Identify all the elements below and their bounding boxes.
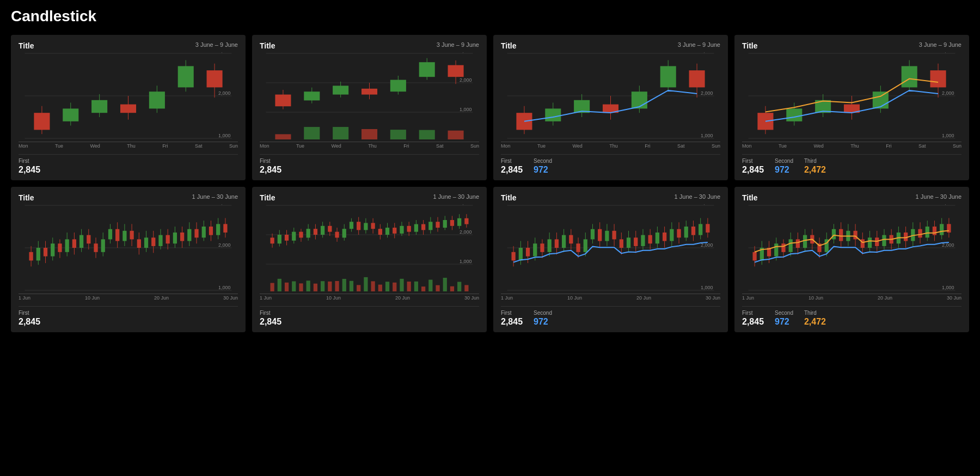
legend-item: Third2,472 — [804, 310, 826, 327]
x-axis-label: 10 Jun — [808, 295, 823, 301]
svg-rect-207 — [393, 228, 396, 234]
svg-rect-66 — [689, 70, 705, 87]
svg-rect-198 — [371, 223, 375, 229]
svg-rect-354 — [918, 229, 922, 238]
svg-rect-39 — [390, 80, 406, 92]
x-axis-label: Tue — [537, 143, 546, 149]
legend-value: 2,845 — [742, 317, 764, 327]
svg-text:1,000: 1,000 — [218, 285, 231, 290]
svg-rect-340 — [868, 237, 872, 248]
svg-text:3,000: 3,000 — [701, 52, 713, 53]
x-axis: 1 Jun10 Jun20 Jun30 Jun — [742, 294, 961, 302]
svg-rect-178 — [321, 281, 324, 291]
svg-text:2,000: 2,000 — [218, 242, 231, 248]
x-axis-label: Mon — [260, 143, 270, 149]
x-axis-label: Tue — [55, 143, 63, 149]
svg-rect-33 — [333, 86, 348, 94]
svg-rect-128 — [151, 237, 155, 246]
legend-value: 2,845 — [501, 317, 523, 327]
card-title: Title — [501, 41, 517, 50]
svg-rect-229 — [443, 278, 447, 291]
svg-rect-216 — [414, 224, 418, 232]
svg-rect-219 — [421, 224, 425, 230]
svg-rect-254 — [540, 243, 544, 252]
x-axis-label: 10 Jun — [85, 295, 100, 301]
chart-card-r1c4: Title3 June – 9 June1,0002,0003,000MonTu… — [734, 35, 969, 180]
x-axis: 1 Jun10 Jun20 Jun30 Jun — [19, 294, 238, 302]
legend: First2,845Second972 — [501, 306, 720, 327]
svg-rect-294 — [684, 227, 688, 237]
x-axis-label: Sun — [470, 143, 479, 149]
svg-rect-7 — [34, 113, 50, 130]
svg-text:2,000: 2,000 — [218, 90, 231, 96]
x-axis-label: Wed — [331, 143, 341, 149]
legend: First2,845 — [260, 306, 479, 327]
svg-text:3,000: 3,000 — [942, 204, 954, 205]
svg-rect-86 — [930, 70, 946, 87]
legend: First2,845Second972 — [501, 154, 720, 175]
svg-rect-62 — [632, 91, 647, 108]
svg-rect-296 — [691, 227, 695, 235]
svg-rect-148 — [223, 224, 227, 233]
svg-rect-76 — [786, 108, 802, 121]
svg-rect-84 — [902, 66, 917, 87]
svg-rect-17 — [178, 66, 194, 87]
legend-value: 2,845 — [19, 165, 40, 175]
card-title: Title — [742, 41, 758, 50]
x-axis-label: Sun — [953, 143, 961, 149]
x-axis-label: 20 Jun — [878, 295, 892, 301]
svg-rect-122 — [130, 231, 133, 240]
legend-item: Second972 — [534, 310, 552, 327]
svg-rect-322 — [803, 235, 807, 248]
legend-label: First — [19, 310, 40, 316]
legend-item: First2,845 — [260, 310, 281, 327]
legend-label: First — [742, 158, 764, 164]
chart-card-r2c2: Title1 June – 30 June1,0002,0003,0001 Ju… — [252, 187, 487, 332]
svg-rect-270 — [598, 229, 602, 241]
svg-rect-160 — [278, 279, 281, 291]
svg-rect-100 — [51, 243, 54, 256]
svg-rect-292 — [677, 229, 681, 238]
x-axis-label: 1 Jun — [742, 295, 754, 301]
svg-text:3,000: 3,000 — [701, 204, 713, 205]
svg-text:2,000: 2,000 — [701, 90, 713, 96]
x-axis-label: Thu — [127, 143, 136, 149]
legend-value: 2,472 — [804, 317, 826, 327]
svg-text:3,000: 3,000 — [942, 52, 954, 53]
svg-rect-82 — [873, 91, 889, 108]
x-axis-label: 10 Jun — [326, 295, 341, 301]
svg-rect-274 — [612, 231, 616, 240]
card-date: 3 June – 9 June — [437, 41, 479, 48]
svg-rect-288 — [663, 233, 666, 241]
x-axis-label: Mon — [742, 143, 752, 149]
svg-rect-290 — [670, 229, 673, 241]
chart-card-r2c3: Title1 June – 30 June1,0002,0003,0001 Ju… — [493, 187, 728, 332]
page-title: Candlestick — [11, 8, 969, 25]
svg-rect-165 — [292, 232, 296, 241]
legend-item: First2,845 — [742, 310, 764, 327]
svg-rect-226 — [436, 285, 439, 291]
svg-rect-272 — [605, 231, 609, 241]
x-axis-label: 1 Jun — [501, 295, 513, 301]
svg-rect-222 — [428, 222, 432, 230]
svg-rect-102 — [58, 243, 62, 252]
svg-rect-11 — [91, 100, 107, 113]
card-date: 1 June – 30 June — [433, 193, 479, 200]
svg-rect-134 — [173, 233, 177, 243]
svg-rect-162 — [285, 235, 289, 241]
svg-rect-98 — [44, 248, 47, 257]
svg-rect-19 — [207, 70, 223, 87]
legend-label: First — [501, 310, 523, 316]
chart-area: 1,0002,0003,000 — [260, 52, 479, 139]
svg-rect-43 — [419, 130, 435, 139]
svg-rect-214 — [407, 282, 411, 291]
svg-rect-262 — [569, 235, 573, 244]
legend-item: Second972 — [534, 158, 552, 175]
legend-value: 2,845 — [19, 317, 40, 327]
svg-rect-177 — [321, 226, 324, 235]
svg-text:1,000: 1,000 — [218, 133, 231, 138]
legend-item: First2,845 — [19, 158, 40, 175]
svg-rect-166 — [292, 281, 296, 291]
svg-rect-174 — [314, 229, 317, 235]
legend-label: First — [19, 158, 40, 164]
